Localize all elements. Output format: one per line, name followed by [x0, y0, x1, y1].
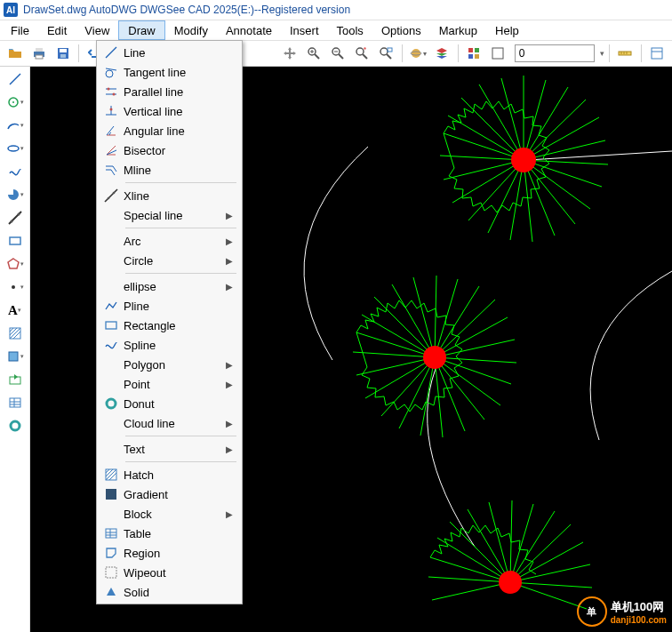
menu-item-label: Block	[124, 508, 226, 521]
save-button[interactable]	[52, 43, 74, 64]
menu-item-rectangle[interactable]: Rectangle	[99, 316, 240, 335]
side-ellipse-button[interactable]: ▾	[5, 140, 25, 157]
menu-item-label: Parallel line	[124, 85, 233, 99]
open-button[interactable]	[4, 43, 26, 64]
side-block-button[interactable]: ▾	[5, 348, 25, 365]
menu-item-gradient[interactable]: Gradient	[99, 484, 240, 504]
separator	[641, 44, 642, 62]
menu-item-tangent-line[interactable]: Tangent line	[99, 62, 240, 82]
svg-line-43	[10, 328, 17, 335]
menu-item-bisector[interactable]: Bisector	[99, 140, 240, 160]
menu-tools[interactable]: Tools	[328, 20, 372, 40]
vertical-icon	[99, 104, 124, 118]
menu-file[interactable]: File	[2, 20, 38, 40]
submenu-arrow-icon: ▶	[226, 256, 233, 266]
menu-options[interactable]: Options	[372, 20, 430, 40]
side-insert-button[interactable]	[5, 371, 25, 388]
menu-item-donut[interactable]: Donut	[99, 394, 240, 413]
menu-annotate[interactable]: Annotate	[217, 20, 281, 40]
svg-point-33	[12, 101, 14, 103]
draw-dropdown: Line Tangent line Parallel line Vertical…	[96, 40, 243, 604]
print-button[interactable]	[28, 43, 50, 64]
window-title: DrawSet.dwg AutoDWG DWGSee CAD 2025(E:)-…	[23, 4, 350, 16]
menu-item-solid[interactable]: Solid	[99, 582, 240, 602]
svg-rect-5	[60, 54, 66, 58]
properties-button[interactable]	[646, 43, 668, 64]
menu-item-vertical-line[interactable]: Vertical line	[99, 101, 240, 121]
menu-item-label: Mline	[124, 164, 233, 177]
svg-line-68	[107, 146, 116, 155]
menu-modify[interactable]: Modify	[165, 20, 217, 40]
menu-help[interactable]: Help	[486, 20, 528, 40]
svg-line-75	[105, 189, 117, 202]
layer-manager-button[interactable]	[463, 43, 485, 64]
menu-item-point[interactable]: Point ▶	[99, 374, 240, 394]
menu-edit[interactable]: Edit	[38, 20, 76, 40]
svg-rect-4	[60, 49, 67, 52]
menu-item-label: Table	[124, 527, 233, 540]
menu-item-region[interactable]: Region	[99, 543, 240, 563]
menu-item-label: Arc	[124, 235, 226, 248]
svg-rect-86	[106, 489, 116, 500]
side-donut-button[interactable]	[5, 417, 25, 435]
side-arc-button[interactable]: ▾	[5, 116, 25, 134]
menu-item-hatch[interactable]: Hatch	[99, 465, 240, 484]
menu-item-polygon[interactable]: Polygon ▶	[99, 355, 240, 374]
menu-markup[interactable]: Markup	[430, 20, 486, 40]
watermark: 单 单机100网 danji100.com	[577, 596, 667, 627]
side-spline-button[interactable]	[5, 163, 25, 180]
menu-item-line[interactable]: Line	[99, 43, 240, 62]
zoom-extents-button[interactable]	[350, 43, 372, 64]
view-3d-button[interactable]: ▾	[407, 43, 429, 64]
menu-insert[interactable]: Insert	[281, 20, 328, 40]
side-text-button[interactable]: A▾	[5, 301, 25, 319]
pan-button[interactable]	[278, 43, 300, 64]
menu-item-pline[interactable]: Pline	[99, 296, 240, 316]
layer-color-button[interactable]	[487, 43, 509, 64]
side-xline-button[interactable]	[5, 209, 25, 227]
svg-point-79	[107, 399, 116, 408]
side-table-button[interactable]	[5, 394, 25, 412]
separator	[78, 44, 79, 62]
menu-item-block[interactable]: Block ▶	[99, 504, 240, 524]
menu-item-angular-line[interactable]: Angular line	[99, 121, 240, 140]
menu-item-xline[interactable]: Xline	[99, 186, 240, 205]
menu-item-mline[interactable]: Mline	[99, 160, 240, 180]
layers-button[interactable]	[431, 43, 453, 64]
angular-icon	[99, 124, 124, 138]
svg-point-62	[113, 93, 116, 96]
menu-item-label: Circle	[124, 254, 226, 268]
title-bar: AI DrawSet.dwg AutoDWG DWGSee CAD 2025(E…	[0, 0, 672, 20]
side-hatch-button[interactable]	[5, 324, 25, 342]
menu-item-ellipse[interactable]: ellipse ▶	[99, 276, 240, 296]
menu-item-cloud-line[interactable]: Cloud line ▶	[99, 413, 240, 433]
menu-item-circle[interactable]: Circle ▶	[99, 251, 240, 270]
menu-item-label: Hatch	[124, 468, 233, 482]
side-polygon-button[interactable]: ▾	[5, 255, 25, 273]
submenu-arrow-icon: ▶	[226, 236, 233, 246]
zoom-window-button[interactable]	[375, 43, 397, 64]
spline-icon	[99, 338, 124, 352]
side-pie-button[interactable]: ▾	[5, 186, 25, 204]
menu-item-arc[interactable]: Arc ▶	[99, 231, 240, 251]
menu-item-label: Region	[124, 547, 233, 560]
separator	[458, 44, 459, 62]
side-rect-button[interactable]	[5, 232, 25, 250]
menu-item-table[interactable]: Table	[99, 524, 240, 543]
parallel-icon	[99, 84, 124, 99]
menu-item-text[interactable]: Text ▶	[99, 439, 240, 459]
line-icon	[99, 45, 124, 60]
zoom-out-button[interactable]	[326, 43, 348, 64]
layer-input[interactable]	[515, 44, 595, 62]
menu-item-special-line[interactable]: Special line ▶	[99, 205, 240, 225]
menu-draw[interactable]: Draw	[118, 20, 164, 40]
zoom-in-button[interactable]	[302, 43, 324, 64]
menu-view[interactable]: View	[76, 20, 118, 40]
menu-item-spline[interactable]: Spline	[99, 335, 240, 355]
side-point-button[interactable]: ▾	[5, 278, 25, 296]
side-circle-button[interactable]: ▾	[5, 93, 25, 111]
menu-item-wipeout[interactable]: Wipeout	[99, 563, 240, 582]
menu-item-parallel-line[interactable]: Parallel line	[99, 82, 240, 101]
side-line-button[interactable]	[5, 70, 25, 88]
measure-button[interactable]	[614, 43, 636, 64]
